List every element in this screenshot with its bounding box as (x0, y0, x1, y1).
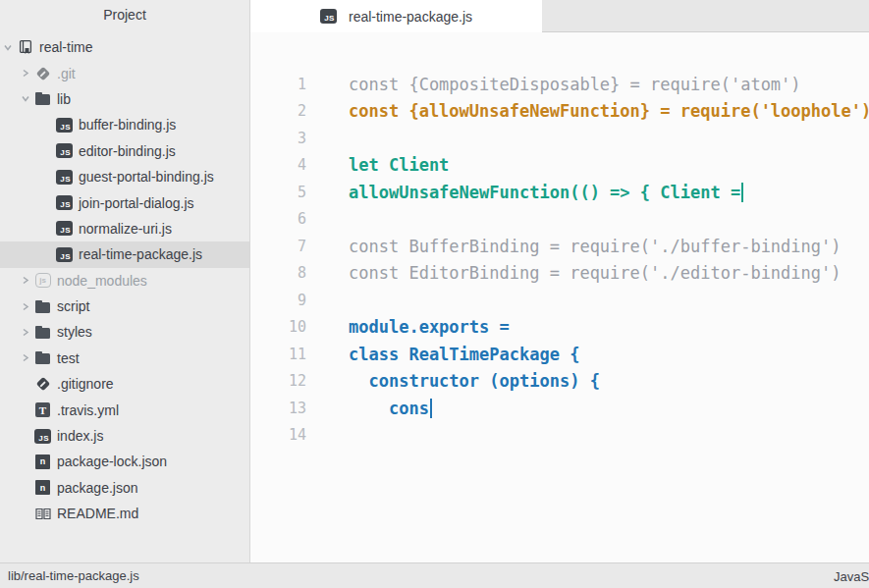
tree-item-real-time-package-js[interactable]: JS real-time-package.js (0, 241, 249, 267)
code-line-4: 4 let Client (250, 152, 869, 180)
code-line-text[interactable]: constructor (options) { (306, 371, 600, 391)
file-tree: real-time .git lib JS buffer-binding.js … (0, 29, 249, 526)
line-number: 4 (250, 156, 306, 174)
grammar-selector[interactable]: JavaScript (834, 568, 869, 583)
code-line-8: 8 const EditorBinding = require('./edito… (250, 260, 869, 288)
code-line-11: 11 class RealTimePackage { (250, 341, 869, 368)
folder-icon (34, 350, 51, 366)
js-icon: JS (56, 246, 73, 262)
tree-item-editor-binding-js[interactable]: JS editor-binding.js (0, 138, 249, 164)
line-number: 13 (250, 400, 306, 417)
tree-item-travis-yml[interactable]: T .travis.yml (0, 397, 249, 422)
code-line-text[interactable]: const EditorBinding = require('./editor-… (306, 263, 842, 283)
line-number: 6 (250, 210, 306, 228)
code-editor[interactable]: 1 const {CompositeDisposable} = require(… (250, 32, 869, 562)
tree-item-label: node_modules (57, 273, 147, 289)
chevron-icon[interactable] (22, 276, 34, 285)
book-icon (34, 506, 51, 521)
collaborator-cursor (430, 399, 432, 418)
tree-item-script[interactable]: script (0, 294, 249, 319)
git-icon (34, 66, 51, 81)
chevron-icon[interactable] (22, 69, 34, 78)
tab-real-time-package[interactable]: JS real-time-package.js (250, 0, 542, 32)
line-number: 9 (250, 292, 306, 309)
line-number: 14 (250, 426, 306, 444)
line-number: 7 (250, 238, 306, 255)
tree-item-lib[interactable]: lib (0, 86, 249, 112)
tree-item-label: test (57, 350, 80, 366)
line-number: 11 (250, 346, 306, 363)
chevron-icon[interactable] (22, 302, 34, 311)
code-line-text[interactable]: const BufferBinding = require('./buffer-… (306, 237, 842, 256)
code-line-14: 14 (250, 422, 869, 450)
tab-label: real-time-package.js (349, 9, 472, 25)
tree-item-join-portal-dialog-js[interactable]: JS join-portal-dialog.js (0, 189, 249, 215)
tree-item-real-time[interactable]: real-time (0, 34, 249, 60)
line-number: 12 (250, 372, 306, 390)
js-icon: JS (34, 428, 51, 444)
js-icon: JS (56, 117, 73, 133)
tree-item-label: package.json (57, 480, 138, 496)
editor-pane: JS real-time-package.js 1 const {Composi… (250, 0, 869, 562)
main-area: Project real-time .git lib JS buffer-bin… (0, 0, 869, 562)
project-panel-title: Project (0, 0, 249, 29)
node-icon: js (34, 273, 51, 289)
code-line-1: 1 const {CompositeDisposable} = require(… (250, 71, 869, 98)
js-icon: JS (320, 9, 337, 25)
js-icon: JS (56, 221, 73, 237)
code-line-text[interactable]: const {allowUnsafeNewFunction} = require… (306, 101, 869, 121)
code-line-text[interactable]: allowUnsafeNewFunction(() => { Client = (306, 183, 743, 202)
tree-item-styles[interactable]: styles (0, 319, 249, 345)
js-icon: JS (56, 169, 73, 185)
tree-item-buffer-binding-js[interactable]: JS buffer-binding.js (0, 112, 249, 137)
line-number: 3 (250, 130, 306, 147)
tree-item-label: editor-binding.js (79, 143, 176, 159)
tab-bar-empty-space (542, 0, 869, 32)
line-number: 1 (250, 76, 306, 93)
tree-item-label: join-portal-dialog.js (79, 195, 194, 211)
tree-item-package-lock-json[interactable]: n package-lock.json (0, 449, 249, 474)
tree-item-label: guest-portal-binding.js (79, 169, 214, 185)
tree-item-gitignore[interactable]: .gitignore (0, 371, 249, 397)
tree-item-index-js[interactable]: JS index.js (0, 423, 249, 449)
tree-item-label: styles (57, 324, 92, 340)
atom-window: Project real-time .git lib JS buffer-bin… (0, 0, 869, 588)
tree-item-test[interactable]: test (0, 346, 249, 371)
js-icon: JS (56, 195, 73, 211)
tree-item-normalize-uri-js[interactable]: JS normalize-uri.js (0, 216, 249, 241)
tree-item-guest-portal-binding-js[interactable]: JS guest-portal-binding.js (0, 164, 249, 189)
code-line-text[interactable]: const {CompositeDisposable} = require('a… (306, 75, 801, 94)
code-line-2: 2 const {allowUnsafeNewFunction} = requi… (250, 98, 869, 126)
collaborator-cursor (741, 183, 743, 202)
tree-item-git[interactable]: .git (0, 60, 249, 85)
tree-item-label: real-time (39, 39, 92, 55)
tree-item-label: README.md (57, 506, 138, 521)
code-line-text[interactable]: cons (306, 399, 432, 418)
tree-item-label: .git (57, 66, 76, 81)
line-number: 5 (250, 184, 306, 201)
tree-item-node-modules[interactable]: js node_modules (0, 268, 249, 294)
tree-item-package-json[interactable]: n package.json (0, 475, 249, 501)
code-line-13: 13 cons (250, 395, 869, 422)
chevron-icon[interactable] (22, 94, 34, 103)
chevron-icon[interactable] (22, 353, 34, 362)
line-number: 2 (250, 102, 306, 120)
chevron-icon[interactable] (4, 43, 17, 52)
code-line-text[interactable]: class RealTimePackage { (306, 345, 579, 364)
tree-item-label: lib (57, 91, 71, 107)
folder-icon (34, 91, 51, 107)
tree-item-label: buffer-binding.js (79, 117, 176, 133)
git-icon (34, 376, 51, 392)
tree-item-label: normalize-uri.js (79, 221, 172, 237)
chevron-icon[interactable] (22, 328, 34, 337)
code-line-5: 5 allowUnsafeNewFunction(() => { Client … (250, 179, 869, 206)
tree-item-readme-md[interactable]: README.md (0, 501, 249, 526)
npm-icon: n (34, 454, 51, 469)
tree-item-label: index.js (57, 428, 103, 444)
tree-item-label: package-lock.json (57, 454, 167, 469)
code-line-3: 3 (250, 125, 869, 152)
tab-bar: JS real-time-package.js (250, 0, 869, 32)
tree-view-sidebar: Project real-time .git lib JS buffer-bin… (0, 0, 250, 562)
code-line-text[interactable]: module.exports = (306, 317, 510, 337)
code-line-text[interactable]: let Client (306, 155, 449, 175)
